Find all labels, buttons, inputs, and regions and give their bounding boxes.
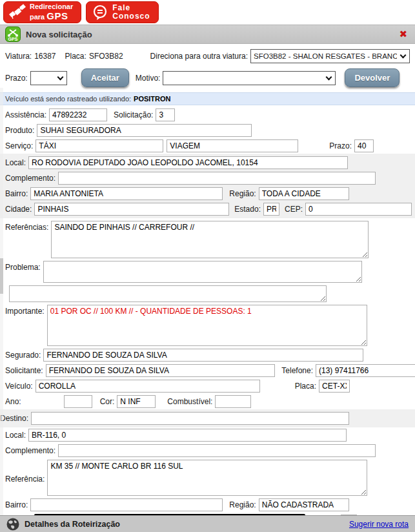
- assistencia-input[interactable]: [49, 108, 107, 121]
- tab-label-line2: Conosco: [112, 12, 150, 21]
- cep-label: CEP:: [285, 205, 303, 214]
- cidade-label: Cidade:: [5, 205, 32, 214]
- veiculo-input[interactable]: [35, 380, 260, 393]
- dest-bairro-label: Bairro:: [5, 500, 28, 509]
- destination-section: Destino: Local: Complemento: Referência:…: [0, 409, 415, 529]
- dest-bairro-input[interactable]: [30, 498, 223, 511]
- cor-label: Cor:: [100, 397, 115, 406]
- top-tab-bar: Redirecionar para GPS Fale Conosco: [0, 0, 415, 25]
- veiculo-label: Veículo:: [5, 382, 33, 391]
- dispatch-action-row: Prazo: Aceitar Motivo: Devolver: [0, 65, 415, 92]
- close-icon[interactable]: ✖: [396, 28, 410, 40]
- direciona-selected-value: SFO3B82 - SHALON RESGATES - BRANCO - 163…: [254, 52, 397, 60]
- tab-label-gps: GPS: [46, 10, 68, 21]
- problema-label: Problema:: [5, 261, 41, 272]
- problema-textarea[interactable]: [43, 261, 362, 283]
- dest-local-input[interactable]: [28, 429, 347, 442]
- contact-us-tab[interactable]: Fale Conosco: [86, 1, 158, 23]
- devolver-button[interactable]: Devolver: [345, 68, 400, 87]
- importante-textarea[interactable]: [47, 305, 367, 346]
- ano-label: Ano:: [5, 397, 21, 406]
- aceitar-button[interactable]: Aceitar: [81, 68, 129, 87]
- telefone-input[interactable]: [316, 364, 415, 377]
- tab-label-line2: para: [30, 13, 45, 21]
- dest-referencia-textarea[interactable]: [47, 460, 367, 496]
- complemento-label: Complemento:: [5, 174, 56, 183]
- placa-value: SFO3B82: [89, 52, 123, 61]
- solicitante-label: Solicitante:: [5, 366, 43, 375]
- estado-label: Estado:: [234, 205, 261, 214]
- produto-input[interactable]: [37, 124, 252, 137]
- servico-tipo-input[interactable]: [167, 139, 298, 152]
- prazo-select[interactable]: [30, 71, 67, 85]
- origin-address-section: Local: Complemento: Bairro: Região: Cida…: [0, 154, 415, 218]
- veiculo-placa-input[interactable]: [319, 380, 350, 393]
- prazo-input[interactable]: [354, 139, 374, 152]
- regiao-input[interactable]: [259, 187, 349, 200]
- globe-icon: [6, 518, 19, 531]
- dest-referencia-label: Referência:: [5, 473, 45, 484]
- notes-section: Referências: Problema: Importante: Segur…: [0, 218, 415, 409]
- produto-label: Produto:: [5, 126, 34, 135]
- motivo-select[interactable]: [163, 71, 336, 85]
- tracking-system: POSITRON: [134, 95, 170, 103]
- referencias-label: Referências:: [5, 221, 48, 232]
- ano-input[interactable]: [64, 395, 92, 408]
- complemento-input[interactable]: [58, 172, 376, 185]
- suggest-route-link[interactable]: Sugerir nova rota: [349, 520, 409, 529]
- destino-input[interactable]: [31, 412, 349, 425]
- cep-input[interactable]: [305, 203, 412, 216]
- bairro-label: Bairro:: [5, 189, 28, 198]
- combustivel-input[interactable]: [215, 395, 251, 408]
- chat-bubble-icon: [92, 4, 108, 21]
- destino-label: Destino:: [0, 414, 28, 423]
- gps-app-icon: GPS: [5, 26, 21, 42]
- estado-input[interactable]: [263, 203, 279, 216]
- dispatch-info-row: Viatura:16387 Placa:SFO3B82 Direciona pa…: [0, 44, 415, 65]
- dest-complemento-label: Complemento:: [5, 446, 56, 455]
- dest-complemento-input[interactable]: [58, 444, 376, 457]
- tracking-info-bar: Veículo está sendo rastreado utilizando:…: [0, 92, 415, 105]
- dialog-title: Nova solicitação: [26, 30, 391, 39]
- dest-regiao-label: Região:: [229, 500, 256, 509]
- bairro-input[interactable]: [30, 187, 223, 200]
- solicitante-input[interactable]: [46, 364, 276, 377]
- segurado-label: Segurado:: [5, 351, 41, 360]
- referencias-textarea[interactable]: [51, 221, 369, 258]
- chevron-down-icon: [326, 74, 332, 80]
- routing-footer-bar: Detalhes da Roteirização Sugerir nova ro…: [0, 515, 415, 532]
- svg-text:GPS: GPS: [8, 37, 18, 41]
- dialog-titlebar: GPS Nova solicitação ✖: [0, 25, 415, 44]
- observacao-textarea[interactable]: [9, 285, 327, 302]
- local-input[interactable]: [28, 156, 348, 169]
- satellite-icon: [9, 4, 26, 21]
- servico-input[interactable]: [35, 139, 163, 152]
- origin-section: Assistência: Solicitação: Produto: Servi…: [0, 105, 415, 154]
- segurado-input[interactable]: [43, 349, 363, 362]
- destino-row: Destino:: [0, 409, 415, 427]
- dest-regiao-input[interactable]: [259, 498, 349, 511]
- motivo-label: Motivo:: [136, 74, 161, 83]
- direciona-viatura-select[interactable]: SFO3B82 - SHALON RESGATES - BRANCO - 163…: [250, 49, 410, 63]
- prazo-label: Prazo:: [329, 141, 352, 150]
- regiao-label: Região:: [229, 189, 256, 198]
- direciona-label: Direciona para outra viatura:: [150, 52, 248, 61]
- viatura-value: 16387: [34, 52, 56, 61]
- cor-input[interactable]: [117, 395, 156, 408]
- chevron-down-icon: [57, 74, 63, 80]
- prazo-select-label: Prazo:: [5, 74, 28, 83]
- redirect-to-gps-tab[interactable]: Redirecionar para GPS: [3, 1, 81, 23]
- chevron-down-icon: [400, 52, 407, 59]
- veiculo-placa-label: Placa:: [295, 382, 316, 391]
- cidade-input[interactable]: [34, 203, 229, 216]
- viatura-label: Viatura:: [5, 52, 32, 61]
- importante-label: Importante:: [5, 305, 45, 316]
- combustivel-label: Combustível:: [167, 397, 212, 406]
- solicitacao-label: Solicitação:: [114, 110, 153, 119]
- dest-local-label: Local:: [5, 431, 26, 440]
- left-scrollbar-track[interactable]: [0, 88, 3, 515]
- solicitacao-input[interactable]: [156, 108, 175, 121]
- tracking-text: Veículo está sendo rastreado utilizando:: [5, 95, 131, 103]
- telefone-label: Telefone:: [281, 366, 313, 375]
- left-scrollbar-thumb[interactable]: [0, 258, 3, 294]
